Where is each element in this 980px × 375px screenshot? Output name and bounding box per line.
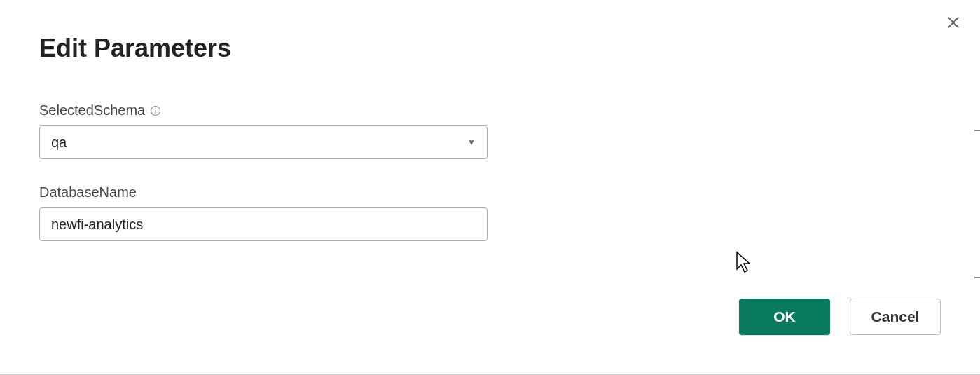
dialog-buttons: OK Cancel (739, 299, 941, 335)
database-name-label: DatabaseName (39, 184, 137, 200)
svg-point-4 (156, 108, 156, 109)
cancel-button[interactable]: Cancel (850, 299, 941, 335)
close-icon (946, 15, 961, 33)
database-name-label-row: DatabaseName (39, 184, 941, 200)
ok-button[interactable]: OK (739, 299, 830, 335)
selected-schema-label: SelectedSchema (39, 102, 145, 118)
close-button[interactable] (944, 14, 963, 34)
cursor-icon (736, 251, 754, 275)
selected-schema-value: qa (51, 135, 67, 151)
selected-schema-label-row: SelectedSchema (39, 102, 941, 118)
selected-schema-dropdown[interactable]: qa ▼ (39, 125, 488, 159)
database-name-input[interactable] (39, 207, 488, 241)
info-icon[interactable] (149, 104, 162, 117)
selected-schema-group: SelectedSchema qa ▼ (39, 102, 941, 159)
chevron-down-icon: ▼ (467, 137, 476, 147)
edit-parameters-dialog: Edit Parameters SelectedSchema qa ▼ Data… (0, 0, 980, 375)
edge-mark (974, 277, 980, 278)
edge-mark (974, 130, 980, 131)
dialog-title: Edit Parameters (39, 34, 941, 63)
database-name-group: DatabaseName (39, 184, 941, 241)
